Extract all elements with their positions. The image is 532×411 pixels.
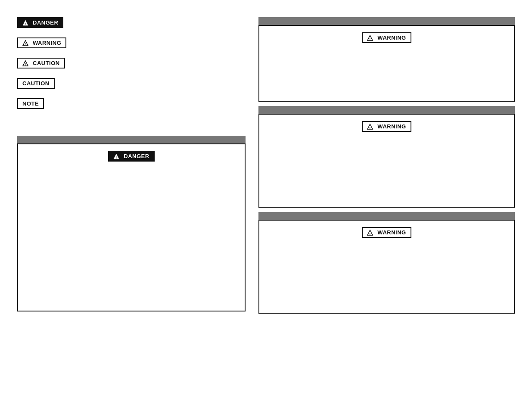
warning-badge: ! WARNING <box>17 37 66 48</box>
note-badge: NOTE <box>17 98 44 109</box>
warning-triangle-icon: ! <box>22 40 28 46</box>
legend-item-note: NOTE <box>17 98 246 109</box>
left-danger-triangle-icon: ! <box>113 153 119 159</box>
svg-text:!: ! <box>370 232 371 236</box>
right-warning-box-1: ! WARNING <box>258 25 515 102</box>
right-section-1: ! WARNING <box>258 17 515 102</box>
legend-item-warning: ! WARNING <box>17 37 246 48</box>
svg-text:!: ! <box>116 156 117 159</box>
danger-badge: ! DANGER <box>17 17 63 28</box>
right-warning-badge-2: ! WARNING <box>362 121 411 132</box>
legend-item-caution-plain: CAUTION <box>17 78 246 89</box>
caution-triangle-icon: ! <box>22 60 28 66</box>
svg-text:!: ! <box>25 42 26 46</box>
left-danger-box-header: ! DANGER <box>27 151 236 162</box>
left-danger-box-badge: ! DANGER <box>108 151 154 162</box>
caution-triangle-badge: ! CAUTION <box>17 58 65 68</box>
warning-badge-label: WARNING <box>33 40 61 46</box>
right-section-3: ! WARNING <box>258 212 515 314</box>
right-section-2: ! WARNING <box>258 106 515 208</box>
right-warning-badge-3: ! WARNING <box>362 227 411 238</box>
right-warning-content-3 <box>268 242 505 268</box>
legend-item-danger: ! DANGER <box>17 17 246 28</box>
right-warning-box-3: ! WARNING <box>258 220 515 314</box>
note-badge-label: NOTE <box>22 100 39 107</box>
right-gray-bar-1 <box>258 17 515 25</box>
left-gray-bar <box>17 136 246 143</box>
svg-text:!: ! <box>25 22 26 26</box>
caution-plain-badge-label: CAUTION <box>22 80 50 87</box>
right-warning-triangle-icon-3: ! <box>367 230 373 236</box>
right-warning-header-2: ! WARNING <box>268 121 505 132</box>
legend-item-caution-triangle: ! CAUTION <box>17 58 246 68</box>
right-warning-label-1: WARNING <box>377 34 406 41</box>
left-column: ! DANGER ! WARNING <box>17 17 246 402</box>
right-warning-triangle-icon-2: ! <box>367 124 373 130</box>
caution-plain-badge: CAUTION <box>17 78 55 89</box>
right-gray-bar-3 <box>258 212 515 220</box>
svg-text:!: ! <box>25 62 26 66</box>
left-danger-section: ! DANGER <box>17 136 246 311</box>
right-warning-badge-1: ! WARNING <box>362 32 411 43</box>
right-warning-triangle-icon-1: ! <box>367 35 373 41</box>
right-warning-header-1: ! WARNING <box>268 32 505 43</box>
right-warning-label-3: WARNING <box>377 229 406 236</box>
left-danger-box-content <box>27 166 236 192</box>
caution-triangle-badge-label: CAUTION <box>33 60 60 66</box>
left-danger-box-label: DANGER <box>124 153 149 159</box>
right-warning-header-3: ! WARNING <box>268 227 505 238</box>
legend: ! DANGER ! WARNING <box>17 17 246 118</box>
right-warning-label-2: WARNING <box>377 123 406 130</box>
page: ! DANGER ! WARNING <box>0 0 532 411</box>
right-column: ! WARNING ! WARNING <box>258 17 515 402</box>
right-warning-content-1 <box>268 47 505 73</box>
triangle-icon: ! <box>22 20 28 26</box>
left-danger-box: ! DANGER <box>17 143 246 311</box>
danger-badge-label: DANGER <box>33 19 58 26</box>
right-warning-box-2: ! WARNING <box>258 114 515 208</box>
svg-text:!: ! <box>370 126 371 130</box>
right-gray-bar-2 <box>258 106 515 114</box>
right-warning-content-2 <box>268 136 505 162</box>
svg-text:!: ! <box>370 37 371 41</box>
